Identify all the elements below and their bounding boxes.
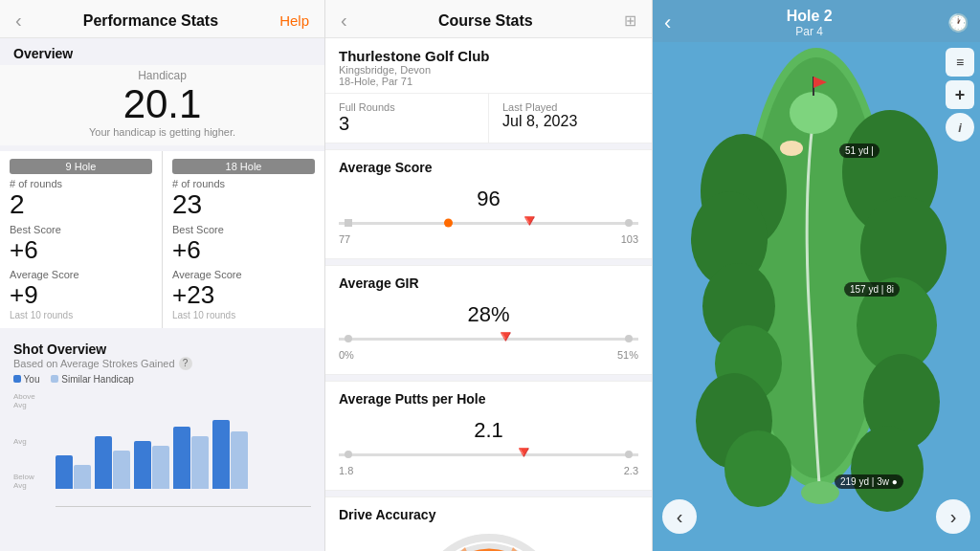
clock-icon[interactable]: 🕐: [947, 12, 969, 33]
nine-avg-label: Average Score: [10, 269, 152, 280]
shot-legend: You Similar Handicap: [13, 374, 311, 385]
distance-badge-2: 157 yd | 8i: [844, 282, 900, 297]
shot-title: Shot Overview: [13, 342, 311, 357]
avg-putts-value: 2.1: [339, 418, 638, 443]
bar-light-5: [231, 431, 248, 489]
slider-orange-dot: [444, 219, 453, 228]
full-rounds-col: Full Rounds 3: [325, 94, 489, 143]
help-button[interactable]: Help: [279, 12, 309, 29]
y-label-avg: Avg: [13, 437, 35, 446]
performance-stats-panel: ‹ Performance Stats Help Overview Handic…: [0, 0, 325, 551]
tee-icon: 🔻: [519, 210, 540, 231]
rounds-row: Full Rounds 3 Last Played Jul 8, 2023: [325, 94, 652, 143]
average-putts-section: Average Putts per Hole 2.1 🔻 1.8 2.3: [325, 381, 652, 491]
panel1-header: ‹ Performance Stats Help: [0, 0, 324, 38]
hole-map-svg: [653, 0, 980, 551]
avg-gir-min: 0%: [339, 349, 354, 361]
handicap-value: 20.1: [10, 82, 315, 126]
bar-blue-1: [56, 455, 73, 489]
hole-par: Par 4: [787, 25, 833, 38]
avg-gir-value: 28%: [339, 302, 638, 327]
last-played-label: Last Played: [502, 101, 638, 113]
drive-accuracy-svg: [412, 528, 566, 551]
distance-badge-3: 219 yd | 3w ●: [835, 474, 903, 489]
help-icon: ?: [179, 357, 192, 370]
avg-putts-min: 1.8: [339, 465, 353, 476]
slider-right-dot: [625, 219, 633, 227]
next-hole-button[interactable]: ›: [936, 499, 970, 534]
panel2-title: Course Stats: [438, 12, 533, 30]
bar-group-1: [56, 455, 91, 489]
hole-title-block: Hole 2 Par 4: [787, 8, 833, 38]
info-button[interactable]: i: [946, 113, 974, 142]
avg-gir-range: 0% 51%: [339, 349, 638, 361]
nine-rounds-value: 2: [10, 189, 152, 220]
avg-putts-title: Average Putts per Hole: [339, 391, 638, 407]
overview-label: Overview: [0, 38, 324, 65]
hole-map-panel: ‹ Hole 2 Par 4 🕐: [653, 0, 980, 551]
last-played-value: Jul 8, 2023: [502, 113, 638, 130]
eighteen-best-value: +6: [172, 235, 315, 265]
nine-rounds-label: # of rounds: [10, 178, 152, 189]
avg-score-slider: 96 🔻 77 103: [339, 183, 638, 249]
zoom-in-button[interactable]: +: [946, 80, 974, 109]
nine-best-value: +6: [10, 235, 152, 265]
club-detail: 18-Hole, Par 71: [339, 76, 490, 87]
prev-hole-button[interactable]: ‹: [662, 499, 697, 534]
stats-grid: 9 Hole # of rounds 2 Best Score +6 Avera…: [0, 151, 324, 328]
handicap-box: Handicap 20.1 Your handicap is getting h…: [0, 65, 324, 145]
drive-accuracy-section: Drive Accuracy Left: [325, 496, 652, 551]
handicap-sub: Your handicap is getting higher.: [10, 126, 315, 138]
eighteen-avg-label: Average Score: [172, 269, 315, 280]
gir-tee-icon: 🔻: [495, 326, 516, 347]
eighteen-avg-value: +23: [172, 280, 315, 310]
putts-tee-icon: 🔻: [513, 442, 534, 463]
list-view-button[interactable]: ≡: [946, 48, 974, 77]
eighteen-rounds-label: # of rounds: [172, 178, 315, 189]
club-details: Thurlestone Golf Club Kingsbridge, Devon…: [339, 48, 490, 87]
chart-bars-container: [56, 392, 311, 507]
eighteen-best-label: Best Score: [172, 224, 315, 235]
avg-score-track: 🔻: [339, 213, 638, 232]
svg-point-13: [851, 426, 924, 512]
putts-right-dot: [625, 451, 633, 458]
slider-left-dot: [345, 219, 352, 227]
bar-light-2: [113, 451, 130, 489]
avg-putts-range: 1.8 2.3: [339, 465, 638, 476]
eighteen-hole-cell: 18 Hole # of rounds 23 Best Score +6 Ave…: [163, 151, 324, 328]
nine-hole-header: 9 Hole: [10, 159, 152, 174]
avg-score-min: 77: [339, 233, 350, 245]
bar-blue-2: [95, 436, 112, 489]
panel2-back-button[interactable]: ‹: [341, 10, 347, 32]
panel1-back-button[interactable]: ‹: [15, 10, 22, 32]
drive-chart: [339, 528, 638, 551]
svg-point-14: [790, 92, 837, 134]
avg-gir-max: 51%: [617, 349, 638, 361]
similar-legend-dot: [51, 375, 58, 383]
svg-point-18: [801, 481, 839, 504]
y-label-above: AboveAvg: [13, 392, 35, 409]
bar-light-3: [152, 446, 169, 489]
hole-back-button[interactable]: ‹: [664, 11, 671, 35]
scorecard-icon[interactable]: ⊞: [624, 11, 636, 30]
bar-blue-5: [212, 420, 230, 489]
hole-header: ‹ Hole 2 Par 4 🕐: [653, 0, 980, 42]
shot-sub: Based on Average Strokes Gained ?: [13, 357, 311, 370]
avg-score-range: 77 103: [339, 233, 638, 245]
panel1-title: Performance Stats: [83, 12, 218, 30]
hole-title: Hole 2: [787, 8, 833, 25]
nine-best-label: Best Score: [10, 224, 152, 235]
panel2-header: ‹ Course Stats ⊞: [325, 0, 652, 38]
club-location: Kingsbridge, Devon: [339, 64, 490, 76]
course-stats-panel: ‹ Course Stats ⊞ Thurlestone Golf Club K…: [325, 0, 653, 551]
bar-light-1: [74, 465, 91, 489]
gir-right-dot: [625, 335, 633, 342]
distance-badge-1: 51 yd |: [839, 143, 880, 158]
nine-hole-cell: 9 Hole # of rounds 2 Best Score +6 Avera…: [0, 151, 162, 328]
bar-blue-3: [134, 441, 151, 489]
avg-putts-slider: 2.1 🔻 1.8 2.3: [339, 414, 638, 480]
avg-gir-title: Average GIR: [339, 276, 638, 291]
nine-last-label: Last 10 rounds: [10, 310, 152, 320]
avg-putts-line: 🔻: [339, 453, 638, 456]
last-played-col: Last Played Jul 8, 2023: [489, 94, 652, 143]
